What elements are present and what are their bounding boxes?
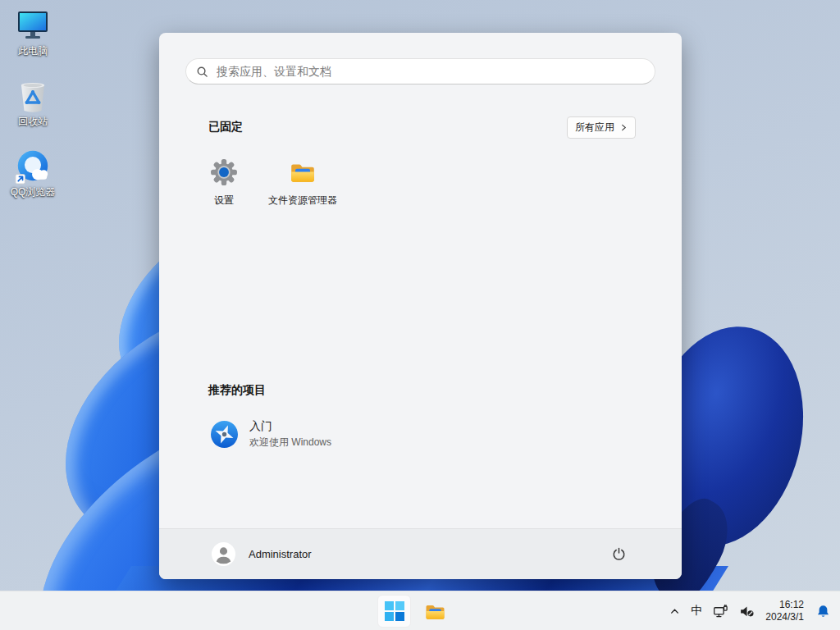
pinned-apps-grid: 设置 文件资源管理器 — [185, 154, 342, 226]
qq-browser-icon — [14, 148, 52, 185]
power-button[interactable] — [605, 541, 632, 568]
pinned-heading: 已固定 — [208, 120, 243, 135]
clock-time: 16:12 — [779, 599, 804, 611]
desktop-icon-list: 此电脑 回收站 — [3, 7, 62, 198]
start-menu: 已固定 所有应用 — [159, 33, 682, 579]
volume-tray-button[interactable] — [739, 595, 755, 628]
chevron-up-icon — [669, 606, 680, 617]
desktop-icon-qq-browser[interactable]: QQ浏览器 — [3, 148, 62, 199]
all-apps-label: 所有应用 — [575, 121, 614, 135]
tray-overflow-button[interactable] — [669, 595, 680, 628]
recommended-heading: 推荐的项目 — [208, 383, 266, 398]
network-ethernet-icon — [713, 604, 728, 619]
chevron-right-icon — [620, 124, 628, 131]
volume-muted-icon — [739, 604, 755, 619]
recommended-item-title: 入门 — [249, 419, 331, 434]
desktop-screen: 此电脑 回收站 — [0, 0, 840, 630]
recycle-bin-icon — [14, 77, 52, 115]
desktop-icon-label: QQ浏览器 — [11, 187, 56, 199]
this-pc-icon — [14, 7, 52, 44]
ime-indicator[interactable]: 中 — [691, 595, 702, 628]
search-icon — [196, 66, 208, 78]
pinned-app-label: 文件资源管理器 — [268, 194, 337, 208]
power-icon — [612, 547, 626, 561]
desktop-icon-label: 此电脑 — [18, 46, 48, 57]
start-search-box[interactable] — [185, 58, 655, 84]
pinned-app-file-explorer[interactable]: 文件资源管理器 — [263, 154, 342, 226]
taskbar: 中 — [0, 591, 840, 630]
all-apps-button[interactable]: 所有应用 — [567, 116, 636, 139]
recommended-item-text: 入门 欢迎使用 Windows — [249, 419, 331, 450]
pinned-app-settings[interactable]: 设置 — [185, 154, 263, 226]
clock-date: 2024/3/1 — [765, 611, 804, 623]
user-name: Administrator — [249, 548, 312, 560]
notifications-button[interactable] — [816, 595, 830, 628]
desktop-icon-recycle-bin[interactable]: 回收站 — [3, 77, 62, 128]
desktop-icon-label: 回收站 — [18, 116, 48, 128]
taskbar-center — [377, 591, 451, 630]
start-user-bar: Administrator — [159, 528, 682, 579]
desktop-icon-this-pc[interactable]: 此电脑 — [3, 7, 62, 57]
start-button[interactable] — [377, 595, 411, 628]
settings-gear-icon — [210, 158, 238, 187]
taskbar-file-explorer-button[interactable] — [418, 595, 451, 628]
file-explorer-icon — [289, 158, 317, 187]
user-avatar — [212, 542, 235, 566]
search-input[interactable] — [215, 64, 645, 79]
notification-bell-icon — [816, 605, 830, 619]
network-tray-button[interactable] — [713, 595, 728, 628]
clock[interactable]: 16:12 2024/3/1 — [765, 599, 804, 623]
get-started-icon — [211, 421, 238, 448]
pinned-app-label: 设置 — [214, 194, 234, 208]
windows-logo-icon — [385, 601, 404, 621]
system-tray: 中 — [669, 591, 840, 630]
recommended-item-subtitle: 欢迎使用 Windows — [249, 436, 331, 450]
file-explorer-icon — [424, 600, 446, 623]
recommended-item-get-started[interactable]: 入门 欢迎使用 Windows — [199, 414, 441, 454]
user-account-button[interactable]: Administrator — [212, 542, 312, 566]
